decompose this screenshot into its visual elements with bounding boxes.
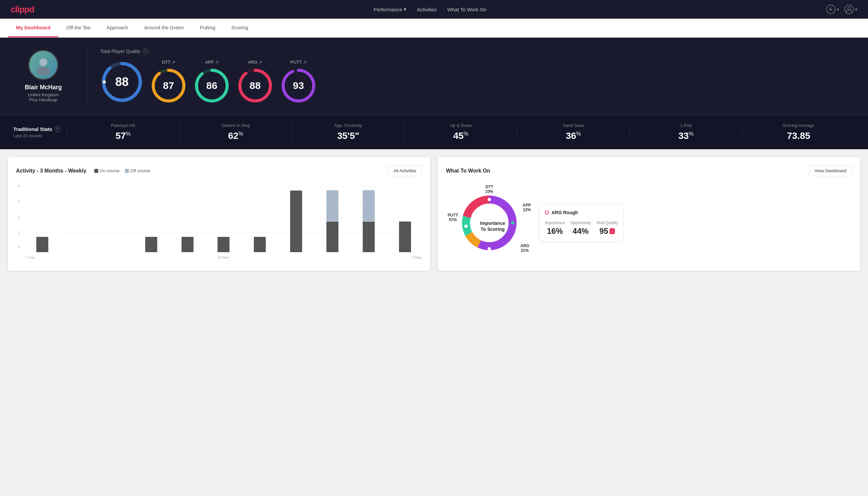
grid-line-4: 4 [25,186,422,187]
score-label-app: APP ↗ [205,60,219,65]
all-activities-button[interactable]: All Activities [388,165,422,176]
donut-label-app: APP 12% [523,203,531,212]
bar-off-course [363,190,375,221]
stat-value-scoring: 73.85 [787,130,810,141]
work-on-title: What To Work On [446,168,490,174]
svg-point-16 [239,84,241,87]
score-value-ott: 87 [163,80,174,91]
player-handicap: Plus Handicap [29,97,57,102]
bar-group [315,190,350,252]
x-axis-labels: 7 Feb 28 Mar 9 May [25,255,422,260]
stats-title: Traditional Stats ? [13,126,67,132]
tab-off-the-tee[interactable]: Off the Tee [58,19,99,37]
stat-app-proximity: App. Proximity 35'5" [292,123,404,141]
ring-ott: 87 [150,67,187,104]
chevron-down-icon: ▾ [404,6,406,12]
user-menu-button[interactable]: ▾ [845,5,857,14]
quality-help-icon[interactable]: ? [143,48,148,54]
nav-what-to-work-on[interactable]: What To Work On [447,7,487,12]
tab-scoring[interactable]: Scoring [223,19,256,37]
donut-chart-container: OTT 10% APP 12% ARG 21% PUTT 57% [446,183,533,263]
stat-value-sand: 36% [566,130,581,141]
svg-point-27 [488,247,491,250]
avatar [28,50,58,80]
user-chevron-icon: ▾ [855,7,857,12]
nav-activities[interactable]: Activities [417,7,437,12]
score-label-arg: ARG ↗ [248,60,262,65]
stat-value-greens: 62% [228,130,243,141]
svg-point-4 [37,67,50,75]
player-country: United Kingdom [28,92,59,97]
bar-on-course [327,221,338,252]
arrow-icon-ott: ↗ [172,60,175,65]
svg-point-3 [39,58,47,66]
quality-section: Total Player Quality ? 88 OTT ↗ [100,48,855,104]
svg-point-25 [488,198,491,201]
bottom-section: Activity - 3 Months - Weekly On course O… [0,149,868,279]
score-arg: ARG ↗ 88 [237,60,273,104]
stat-up-down: Up & Down 45% [404,123,517,141]
activity-card-title: Activity - 3 Months - Weekly [16,168,86,174]
activity-chart-area-left: Activity - 3 Months - Weekly On course O… [16,168,150,174]
work-on-content: OTT 10% APP 12% ARG 21% PUTT 57% [446,183,852,263]
tab-around-the-green[interactable]: Around the Green [136,19,191,37]
detail-importance-value: 16% [547,227,563,236]
bar-group [279,190,313,252]
detail-indicator-icon [545,211,549,215]
tab-my-dashboard[interactable]: My Dashboard [8,19,58,37]
bar-group [206,237,241,252]
stat-value-oneputt: 33% [678,130,693,141]
x-label-2: 28 Mar [218,255,229,260]
bar-on-course [290,190,302,252]
stat-greens-in-reg: Greens In Reg 62% [179,123,292,141]
add-button[interactable]: ▾ [826,5,839,14]
stats-label-group: Traditional Stats ? Last 20 rounds [13,126,67,138]
ring-arg: 88 [237,67,273,104]
legend-on-course: On course [94,168,120,173]
player-info: Blair McHarg United Kingdom Plus Handica… [13,50,73,102]
arrow-icon-arg: ↗ [259,60,262,65]
stat-fairways-hit: Fairways Hit 57% [67,123,179,141]
tab-bar: My Dashboard Off the Tee Approach Around… [0,19,868,37]
detail-shot-quality-value: 95 ↓ [599,227,615,236]
bar-on-course [218,237,230,252]
score-label-ott: OTT ↗ [162,60,175,65]
score-ott: OTT ↗ 87 [150,60,187,104]
ring-putt: 93 [280,67,317,104]
bar-group [351,190,386,252]
legend-off-course: Off course [125,168,150,173]
stat-value-proximity: 35'5" [337,130,359,141]
grid-label-4: 4 [18,184,20,188]
tab-approach[interactable]: Approach [99,19,136,37]
nav-links: Performance ▾ Activities What To Work On [374,6,487,12]
stat-value-fairways: 57% [115,130,130,141]
stat-scoring-avg: Scoring Average 73.85 [742,123,855,141]
brand-logo[interactable]: clippd [11,4,34,15]
score-value-total: 88 [115,75,129,89]
stat-sand-save: Sand Save 36% [517,123,630,141]
nav-performance[interactable]: Performance ▾ [374,6,406,12]
bar-on-course [182,237,193,252]
arrow-icon-putt: ↗ [303,60,306,65]
score-putt: PUTT ↗ 93 [280,60,317,104]
nav-right: ▾ ▾ [826,5,857,14]
score-value-arg: 88 [250,80,261,91]
grid-label-0: 0 [18,245,20,249]
score-label-putt: PUTT ↗ [290,60,306,65]
tab-putting[interactable]: Putting [192,19,223,37]
bar-group [170,237,205,252]
x-label-1: 7 Feb [25,255,35,260]
detail-shot-quality: Shot Quality 95 ↓ [596,220,618,236]
chart-legend: On course Off course [94,168,150,173]
detail-opportunity-value: 44% [572,227,588,236]
view-dashboard-button[interactable]: View Dashboard [809,165,852,176]
detail-stats: Importance 16% Opportunity 44% Shot Qual… [545,220,618,236]
grid-label-3: 3 [18,199,20,203]
bars-area [25,190,422,252]
bar-off-course [327,190,338,221]
stats-help-icon[interactable]: ? [54,126,60,132]
quality-label: Total Player Quality ? [100,48,855,54]
svg-point-28 [464,224,468,228]
score-value-app: 86 [206,80,217,91]
work-on-card: What To Work On View Dashboard OTT 10% A… [438,157,860,271]
